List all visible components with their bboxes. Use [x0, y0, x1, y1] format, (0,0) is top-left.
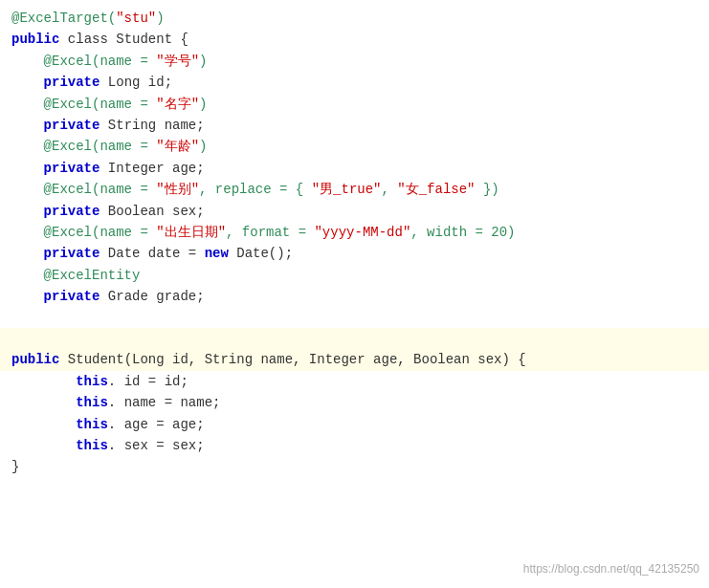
code-line: private Date date = new Date(); [0, 243, 709, 264]
code-token: private [44, 243, 100, 264]
code-token: "年龄" [156, 136, 199, 157]
code-token: this [76, 435, 108, 456]
code-token: @ExcelEntity [44, 265, 141, 286]
code-token: ) [199, 136, 207, 157]
code-token: , width = 20) [410, 222, 515, 243]
code-line: @ExcelEntity [0, 265, 709, 286]
code-token: private [44, 286, 100, 307]
code-container: @ExcelTarget("stu")public class Student … [0, 0, 709, 486]
code-line [0, 307, 709, 328]
code-token: "名字" [156, 94, 199, 115]
code-token: Boolean sex; [100, 201, 204, 222]
code-token: ) [156, 8, 164, 29]
code-line: this. id = id; [0, 371, 709, 392]
code-token: "女_false" [397, 179, 475, 200]
code-token: Date date = [100, 243, 204, 264]
code-token: . sex = sex; [108, 435, 205, 456]
code-line: private Boolean sex; [0, 201, 709, 222]
code-line: @Excel(name = "名字") [0, 94, 709, 115]
code-token: , [381, 179, 397, 200]
code-token: "男_true" [312, 179, 382, 200]
code-token: class Student { [59, 29, 188, 50]
code-token: @Excel(name = [44, 179, 157, 200]
code-token: . name = name; [108, 392, 221, 413]
code-line: @Excel(name = "年龄") [0, 136, 709, 157]
code-token: new [205, 243, 229, 264]
code-line: this. sex = sex; [0, 435, 709, 456]
code-line: } [0, 456, 709, 477]
code-token: Student(Long id, String name, Integer ag… [59, 349, 525, 370]
code-token: } [11, 456, 19, 477]
code-token: private [44, 72, 100, 93]
code-line: private String name; [0, 115, 709, 136]
code-token: this [76, 414, 108, 435]
code-token: . age = age; [108, 414, 205, 435]
code-token: this [76, 392, 108, 413]
code-token: Grade grade; [100, 286, 204, 307]
code-token: "出生日期" [156, 222, 226, 243]
watermark: https://blog.csdn.net/qq_42135250 [523, 560, 699, 578]
code-token: "学号" [156, 51, 199, 72]
code-token: ) [199, 94, 207, 115]
code-token: this [76, 371, 108, 392]
code-token: . id = id; [108, 371, 188, 392]
code-line: public class Student { [0, 29, 709, 50]
code-line: @Excel(name = "出生日期", format = "yyyy-MM-… [0, 222, 709, 243]
code-line: @Excel(name = "学号") [0, 51, 709, 72]
code-line: @ExcelTarget("stu") [0, 8, 709, 29]
code-token: Date(); [229, 243, 293, 264]
code-token: public [11, 349, 59, 370]
code-token: ) [199, 51, 207, 72]
code-token: @Excel(name = [44, 94, 157, 115]
code-token: "yyyy-MM-dd" [314, 222, 410, 243]
code-line: private Grade grade; [0, 286, 709, 307]
code-token: private [44, 115, 100, 136]
code-token: "性别" [156, 179, 199, 200]
code-lines: @ExcelTarget("stu")public class Student … [0, 8, 709, 478]
code-token: public [11, 29, 59, 50]
code-token: @ExcelTarget( [11, 8, 116, 29]
code-token: , replace = { [199, 179, 312, 200]
code-token: "stu" [116, 8, 156, 29]
code-line: public Student(Long id, String name, Int… [0, 349, 709, 370]
code-token: @Excel(name = [44, 136, 157, 157]
code-line: @Excel(name = "性别", replace = { "男_true"… [0, 179, 709, 200]
code-token: @Excel(name = [44, 51, 157, 72]
code-line: private Integer age; [0, 158, 709, 179]
code-line: this. name = name; [0, 392, 709, 413]
code-line [0, 328, 709, 349]
code-line: this. age = age; [0, 414, 709, 435]
code-token: Integer age; [100, 158, 204, 179]
code-token: Long id; [100, 72, 172, 93]
code-token: private [44, 158, 100, 179]
code-token: String name; [100, 115, 204, 136]
code-token: , format = [226, 222, 314, 243]
code-token: @Excel(name = [44, 222, 157, 243]
code-token: }) [476, 179, 499, 200]
code-token: private [44, 201, 100, 222]
code-line: private Long id; [0, 72, 709, 93]
